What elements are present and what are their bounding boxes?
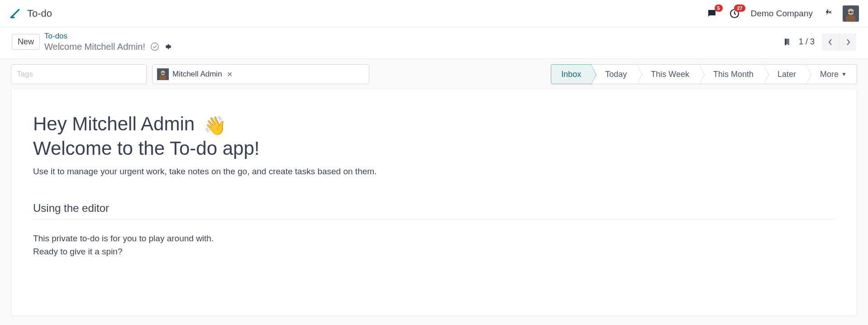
stage-label: Later [777,70,796,79]
greeting-line1: Hey Mitchell Admin [33,113,195,134]
gear-icon[interactable] [164,43,172,51]
breadcrumb-left: New To-dos Welcome Mitchell Admin! [12,32,172,52]
user-avatar[interactable] [843,5,859,22]
intro-text: Use it to manage your urgent work, take … [33,167,835,177]
svg-point-9 [151,43,159,50]
stage-label: This Week [651,70,689,79]
stage-label: Inbox [561,70,581,79]
stage-later[interactable]: Later [763,64,806,84]
wave-emoji-icon: 👋 [204,115,226,135]
pager-text[interactable]: 1 / 3 [799,37,815,47]
body-text[interactable]: This private to-do is for you to play ar… [33,232,835,258]
stage-today[interactable]: Today [591,64,637,84]
top-nav-right: 5 27 Demo Company [706,5,859,22]
tags-input[interactable] [11,64,147,84]
stage-label: Today [605,70,627,79]
svg-line-0 [11,10,19,17]
pager-next-button[interactable] [839,33,856,51]
breadcrumb-title: Welcome Mitchell Admin! [44,41,145,52]
app-title[interactable]: To-do [27,8,52,19]
stage-label: This Month [713,70,754,79]
stage-inbox[interactable]: Inbox [551,64,591,84]
body-line1: This private to-do is for you to play ar… [33,232,835,245]
breadcrumb: To-dos Welcome Mitchell Admin! [44,32,172,52]
breadcrumb-right: 1 / 3 [782,33,856,51]
top-nav-left: To-do [9,8,52,19]
top-nav: To-do 5 27 Demo Company [0,0,868,27]
company-switcher[interactable]: Demo Company [751,9,813,19]
filters-left: Mitchell Admin ✕ [11,64,369,84]
bookmark-icon[interactable] [782,37,792,48]
stage-more[interactable]: More ▼ [806,64,857,84]
greeting-line2: Welcome to the To-do app! [33,137,835,161]
assignee-avatar [157,68,169,80]
breadcrumb-parent-link[interactable]: To-dos [44,32,172,41]
pager-buttons [822,33,856,51]
pager-prev-button[interactable] [822,33,839,51]
greeting-heading: Hey Mitchell Admin 👋 [33,112,835,137]
svg-rect-15 [160,76,166,80]
body-line2: Ready to give it a spin? [33,245,835,258]
assignee-chip-name: Mitchell Admin [172,70,222,79]
content-card: Hey Mitchell Admin 👋 Welcome to the To-d… [11,90,857,316]
assignee-chip-remove[interactable]: ✕ [227,70,233,79]
stage-this-week[interactable]: This Week [637,64,700,84]
stage-label: More [820,70,839,79]
svg-rect-8 [846,15,855,22]
assignees-field[interactable]: Mitchell Admin ✕ [152,64,369,84]
done-toggle-icon[interactable] [150,42,160,52]
stage-bar: Inbox Today This Week This Month Later M… [551,64,857,84]
breadcrumb-title-row: Welcome Mitchell Admin! [44,41,172,52]
section-heading: Using the editor [33,202,835,220]
app-logo-icon[interactable] [9,8,21,19]
activities-badge: 27 [734,5,745,12]
new-button[interactable]: New [12,34,40,50]
messages-button[interactable]: 5 [706,7,718,20]
stage-this-month[interactable]: This Month [699,64,764,84]
activities-button[interactable]: 27 [728,7,741,20]
chevron-down-icon: ▼ [841,71,847,77]
assignee-chip: Mitchell Admin ✕ [157,68,233,80]
messages-badge: 5 [715,5,723,12]
debug-icon[interactable] [823,9,833,19]
filters-row: Mitchell Admin ✕ Inbox Today This Week T… [0,59,868,90]
breadcrumb-bar: New To-dos Welcome Mitchell Admin! [0,27,868,59]
